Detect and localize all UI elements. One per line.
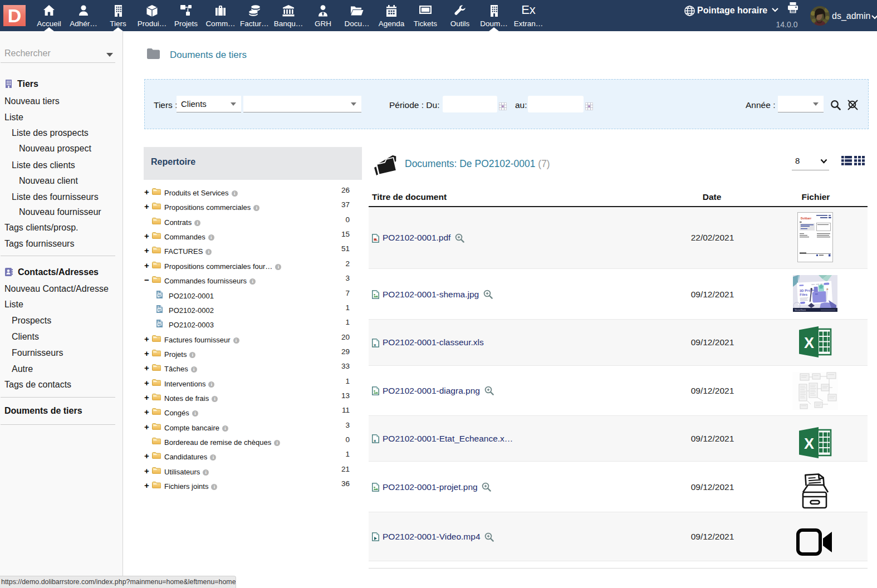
- svg-text:x: x: [374, 438, 376, 443]
- svg-text:x: x: [374, 342, 376, 347]
- svg-text:Files: Files: [800, 293, 808, 297]
- svg-text:VectorStock: VectorStock: [795, 309, 806, 311]
- svg-text:X: X: [804, 435, 814, 452]
- svg-text:X: X: [804, 335, 814, 351]
- svg-text:Dolibarr: Dolibarr: [801, 217, 811, 220]
